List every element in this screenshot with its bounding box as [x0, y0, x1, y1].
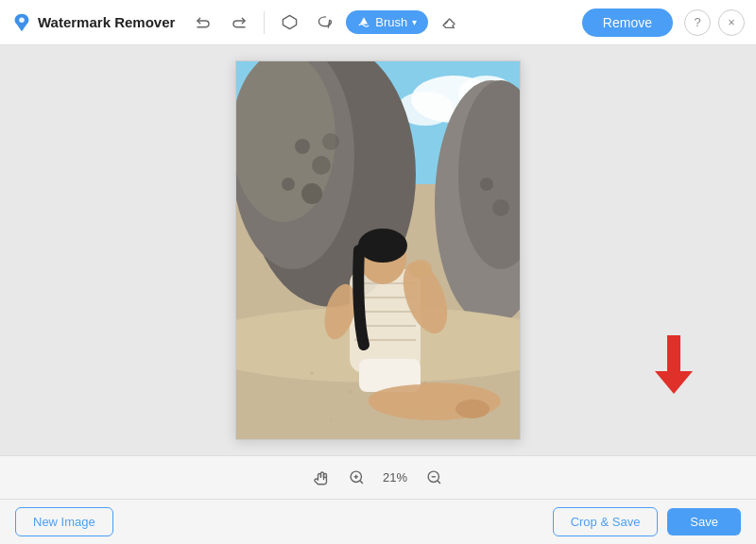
toolbar: Watermark Remover Brush ▾ — [0, 0, 756, 45]
zoom-in-icon[interactable] — [343, 465, 369, 491]
save-button[interactable]: Save — [667, 508, 741, 536]
zoom-bar: 21% — [0, 455, 756, 499]
zoom-out-icon[interactable] — [421, 465, 447, 491]
svg-point-29 — [330, 419, 332, 421]
hand-tool-icon[interactable] — [309, 465, 335, 491]
svg-point-13 — [312, 156, 331, 175]
svg-marker-1 — [283, 15, 296, 28]
svg-point-24 — [311, 372, 314, 375]
remove-button[interactable]: Remove — [582, 8, 673, 37]
svg-point-45 — [455, 400, 490, 418]
svg-point-41 — [358, 229, 407, 263]
help-button[interactable]: ? — [684, 9, 711, 36]
svg-point-42 — [409, 260, 432, 279]
svg-point-0 — [19, 17, 25, 23]
svg-marker-48 — [655, 371, 693, 394]
app-logo-icon — [11, 12, 32, 33]
app-logo: Watermark Remover — [11, 12, 175, 33]
beach-photo — [236, 61, 521, 440]
redo-button[interactable] — [224, 8, 254, 38]
footer-right: Crop & Save Save — [553, 507, 741, 536]
zoom-controls: 21% — [309, 465, 447, 491]
zoom-level: 21% — [377, 470, 413, 484]
footer-bar: New Image Crop & Save Save — [0, 499, 756, 544]
eraser-tool-button[interactable] — [434, 8, 464, 38]
polygon-tool-button[interactable] — [274, 8, 304, 38]
app-title: Watermark Remover — [38, 14, 175, 30]
svg-point-12 — [295, 139, 310, 154]
brush-tool-button[interactable]: Brush ▾ — [346, 10, 428, 34]
svg-point-19 — [480, 178, 493, 191]
svg-line-50 — [359, 481, 362, 484]
new-image-button[interactable]: New Image — [15, 507, 113, 536]
canvas-area — [0, 45, 756, 455]
svg-point-20 — [492, 199, 509, 216]
lasso-tool-button[interactable] — [310, 8, 340, 38]
red-down-arrow-icon — [650, 335, 697, 397]
svg-point-16 — [301, 183, 322, 204]
svg-rect-47 — [667, 335, 680, 375]
red-arrow-container — [650, 335, 697, 400]
svg-line-54 — [437, 481, 439, 484]
svg-line-2 — [328, 20, 329, 27]
brush-label: Brush — [375, 15, 407, 29]
svg-point-15 — [322, 133, 339, 150]
close-button[interactable]: × — [718, 9, 745, 36]
image-container[interactable] — [235, 60, 521, 440]
crop-save-button[interactable]: Crop & Save — [553, 507, 659, 536]
brush-chevron-icon: ▾ — [412, 17, 417, 27]
undo-button[interactable] — [188, 8, 218, 38]
svg-point-14 — [282, 178, 295, 191]
toolbar-divider-1 — [264, 11, 265, 34]
svg-point-25 — [349, 391, 352, 394]
